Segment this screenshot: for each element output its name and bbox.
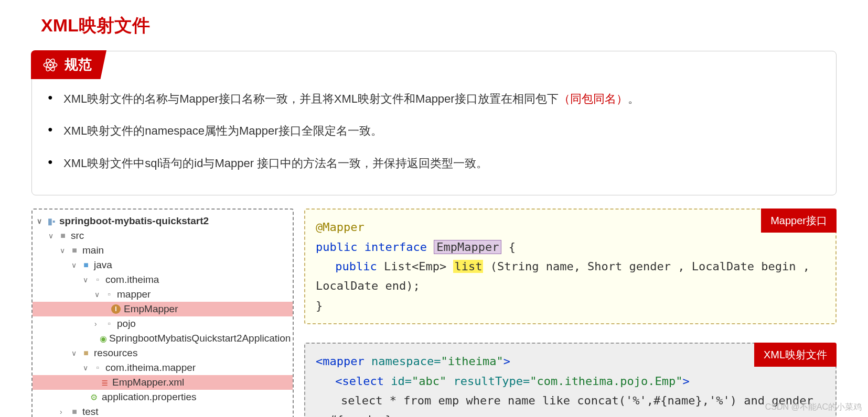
type: List<Emp> [384,260,446,273]
keyword: public [335,260,377,273]
tree-label: main [82,245,104,256]
rule-text-end: 。 [628,92,639,105]
chevron-down-icon: ∨ [60,246,67,255]
chevron-down-icon: ∨ [83,276,90,284]
brace: } [316,299,323,312]
folder-icon: ■ [69,246,80,255]
xml-tag: > [503,355,510,368]
tree-app-class: ◉SpringbootMybatisQuickstart2Application [33,331,293,346]
chevron-down-icon: ∨ [83,364,90,372]
xml-val: "abc" [412,375,446,388]
tree-label: SpringbootMybatisQuickstart2Application [109,333,291,344]
tree-label: com.itheima.mapper [105,362,196,374]
interface-icon: I [110,304,122,314]
rule-item: XML映射文件的名称与Mapper接口名称一致，并且将XML映射文件和Mappe… [48,83,820,115]
rule-text: XML映射文件中sql语句的id与Mapper 接口中的方法名一致，并保持返回类… [63,157,488,170]
chevron-down-icon: ∨ [48,232,56,240]
spring-icon: ◉ [100,334,107,344]
tree-label: resources [94,347,137,359]
xml-attr: id= [391,375,412,388]
tree-java: ∨■java [33,258,293,272]
package-icon: ▫ [92,363,103,372]
tree-resources: ∨■resources [33,346,293,360]
keyword: public [316,240,357,254]
xml-val: "itheima" [441,355,503,368]
folder-icon: ■ [57,231,69,240]
tree-project: ∨▮▪springboot-mybatis-quickstart2 [33,214,293,228]
chevron-down-icon: ∨ [71,261,79,269]
watermark: CSDN @不能AC的小菜鸡 [765,402,862,413]
rules-box: 规范 XML映射文件的名称与Mapper接口名称一致，并且将XML映射文件和Ma… [31,51,837,195]
tree-empmapper-xml: ≣EmpMapper.xml [33,375,293,390]
tree-label: java [94,259,112,271]
rule-item: XML映射文件中sql语句的id与Mapper 接口中的方法名一致，并保持返回类… [48,147,820,179]
xml-icon: ≣ [99,378,110,388]
page-title: XML映射文件 [41,14,837,38]
tree-test: ›■test [33,404,293,417]
keyword: interface [365,240,427,254]
rules-list: XML映射文件的名称与Mapper接口名称一致，并且将XML映射文件和Mappe… [48,83,820,179]
rules-tab-label: 规范 [65,56,92,74]
xml-attr: namespace= [371,355,441,368]
folder-icon: ■ [80,260,92,270]
properties-icon: ⚙ [88,392,100,402]
xml-attr: resultType= [453,375,530,388]
xml-tag: <select [335,375,384,388]
tree-label: src [71,230,84,242]
folder-icon: ■ [69,407,80,416]
tree-label: mapper [117,289,151,300]
tree-label: pojo [117,318,136,330]
tree-app-props: ⚙application.properties [33,390,293,404]
tree-label: springboot-mybatis-quickstart2 [59,215,209,227]
tree-label: com.itheima [105,274,159,286]
tree-package: ∨▫com.itheima [33,272,293,287]
xml-mapper-code: XML映射文件 <mapper namespace="itheima"> <se… [304,343,837,417]
tree-main: ∨■main [33,243,293,258]
tree-label: test [82,406,99,417]
rules-tab: 规范 [31,50,106,79]
tree-label: application.properties [102,391,197,403]
rule-text: XML映射文件的名称与Mapper接口名称一致，并且将XML映射文件和Mappe… [63,92,559,105]
code-badge: XML映射文件 [754,343,837,367]
rule-item: XML映射文件的namespace属性为Mapper接口全限定名一致。 [48,115,820,147]
chevron-down-icon: ∨ [94,290,102,299]
package-icon: ▫ [92,275,103,284]
mapper-interface-code: Mapper接口 @Mapper public interface EmpMap… [304,208,837,324]
sql-text: select * from emp where name like concat… [316,394,813,417]
xml-tag: > [683,375,690,388]
tree-pojo: ›▫pojo [33,316,293,331]
rule-text: XML映射文件的namespace属性为Mapper接口全限定名一致。 [63,124,382,137]
brace: { [509,240,516,254]
resources-icon: ■ [80,348,92,358]
chevron-right-icon: › [60,408,67,416]
xml-val: "com.itheima.pojo.Emp" [530,375,682,388]
tree-label: EmpMapper [124,303,178,315]
chevron-down-icon: ∨ [71,349,79,357]
tree-mapper-pkg: ∨▫mapper [33,287,293,302]
package-icon: ▫ [103,290,115,299]
annotation: @Mapper [316,221,365,234]
tree-empmapper: IEmpMapper [33,302,293,316]
tree-src: ∨■src [33,228,293,243]
method-name-highlight: list [453,260,483,273]
package-icon: ▫ [103,319,115,328]
class-name-highlight: EmpMapper [434,240,501,254]
rule-highlight: （同包同名） [559,92,628,105]
code-badge: Mapper接口 [761,208,837,233]
xml-tag: <mapper [316,355,365,368]
tree-res-pkg: ∨▫com.itheima.mapper [33,360,293,375]
project-icon: ▮▪ [46,216,57,226]
chevron-right-icon: › [94,320,102,328]
atom-icon [42,57,58,73]
chevron-down-icon: ∨ [37,217,44,225]
tree-label: EmpMapper.xml [112,377,184,388]
svg-point-3 [49,63,52,66]
project-tree: ∨▮▪springboot-mybatis-quickstart2 ∨■src … [31,208,294,417]
